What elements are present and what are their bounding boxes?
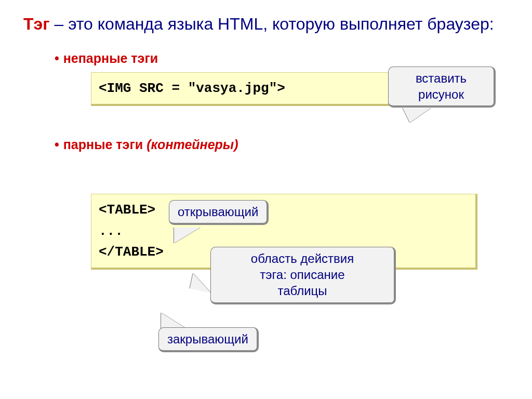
callout-text: закрывающий (167, 332, 248, 346)
callout-tail-icon (174, 228, 200, 243)
bullet-paired: •парные тэги (контейнеры) (55, 137, 509, 152)
callout-insert-picture: вставить рисунок (388, 66, 496, 108)
callout-tail-icon (161, 313, 186, 328)
bullet-unpaired: •непарные тэги (55, 51, 509, 66)
callout-text: область действия тэга: описание таблицы (251, 251, 354, 298)
code-text: <IMG SRC = "vasya.jpg"> (99, 81, 285, 96)
code-text: <TABLE> ... </TABLE> (99, 202, 164, 260)
bullet-paired-label: парные тэги (63, 137, 147, 152)
bullet-paired-paren: (контейнеры) (147, 137, 238, 152)
callout-scope: область действия тэга: описание таблицы (210, 247, 396, 304)
callout-text: вставить рисунок (416, 71, 467, 101)
callout-closing: закрывающий (158, 327, 259, 352)
page-title: Тэг – это команда языка HTML, которую вы… (23, 13, 509, 35)
callout-opening: открывающий (169, 200, 269, 225)
bullet-dot-icon: • (55, 51, 59, 65)
title-rest: – это команда языка HTML, которую выполн… (50, 15, 494, 33)
term-word: Тэг (23, 15, 50, 33)
bullet-unpaired-label: непарные тэги (63, 51, 158, 65)
callout-text: открывающий (178, 205, 258, 219)
callout-tail-icon (403, 108, 431, 123)
bullet-dot-icon: • (55, 137, 59, 152)
